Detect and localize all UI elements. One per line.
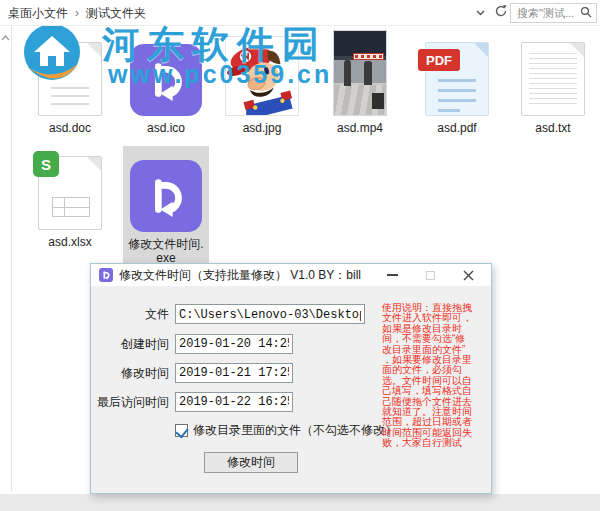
modify-file-time-dialog: 修改文件时间（支持批量修改） V1.0 BY：bill 文件 创建时间 修改时间… [90, 263, 492, 494]
search-input[interactable]: 搜索"测试... [510, 3, 597, 23]
file-name: 修改文件时间.exe [126, 237, 206, 265]
last-access-time-label: 最后访问时间 [91, 392, 169, 412]
file-tile-exe-selected[interactable]: 修改文件时间.exe [123, 146, 209, 269]
file-name: asd.mp4 [314, 121, 406, 135]
jpg-file-icon [216, 32, 308, 116]
modify-subfiles-checkbox-row: 修改目录里面的文件（不勾选不修改） [175, 422, 397, 438]
file-name: asd.xlsx [24, 235, 116, 249]
file-name: asd.jpg [216, 121, 308, 135]
file-tile-mp4[interactable]: asd.mp4 [314, 32, 406, 135]
file-tile-doc[interactable]: W asd.doc [24, 32, 116, 135]
xlsx-file-icon: S [24, 146, 116, 230]
dialog-titlebar[interactable]: 修改文件时间（支持批量修改） V1.0 BY：bill [91, 264, 491, 286]
dialog-title: 修改文件时间（支持批量修改） V1.0 BY：bill [119, 264, 361, 286]
file-name: asd.ico [120, 121, 212, 135]
video-thumbnail [333, 30, 387, 116]
search-icon[interactable] [580, 4, 592, 22]
pane-divider [11, 26, 12, 492]
checkbox-checked[interactable] [175, 424, 188, 437]
checkbox-label[interactable]: 修改目录里面的文件（不勾选不修改） [193, 422, 397, 439]
file-field-label: 文件 [91, 304, 169, 324]
txt-file-icon [507, 32, 599, 116]
modify-time-label: 修改时间 [91, 363, 169, 383]
modify-time-button[interactable]: 修改时间 [204, 452, 298, 473]
chevron-down-icon[interactable] [475, 4, 486, 22]
create-time-input[interactable] [175, 334, 293, 354]
file-tile-xlsx[interactable]: S asd.xlsx [24, 146, 116, 249]
file-tile-pdf[interactable]: PDF asd.pdf [411, 32, 503, 135]
mario-image [225, 36, 299, 116]
refresh-icon[interactable] [494, 4, 508, 22]
modify-time-input[interactable] [175, 363, 293, 383]
file-tile-txt[interactable]: asd.txt [507, 32, 599, 135]
breadcrumb-separator: › [75, 0, 79, 26]
file-name: asd.doc [24, 121, 116, 135]
ico-file-icon [120, 32, 212, 116]
app-logo-icon [99, 268, 113, 282]
usage-instructions: 使用说明：直接拖拽 文件进入软件即可， 如果是修改目录时 间，不需要勾选“修 改… [382, 303, 486, 453]
last-access-time-input[interactable] [175, 392, 293, 412]
file-name: asd.pdf [411, 121, 503, 135]
exe-file-icon [123, 148, 209, 232]
word-badge-letter: W [47, 43, 75, 65]
minimize-button[interactable] [379, 264, 405, 286]
scroll-up-icon[interactable] [1, 28, 10, 46]
file-name: asd.txt [507, 121, 599, 135]
breadcrumb-folder-current[interactable]: 测试文件夹 [86, 0, 146, 26]
breadcrumb: 桌面小文件›测试文件夹 [8, 0, 146, 26]
doc-file-icon: W [24, 32, 116, 116]
address-bar: 桌面小文件›测试文件夹 搜索"测试... [0, 0, 600, 26]
file-tile-ico[interactable]: asd.ico [120, 32, 212, 135]
breadcrumb-folder-parent[interactable]: 桌面小文件 [8, 0, 68, 26]
file-path-input[interactable] [175, 304, 365, 324]
maximize-button[interactable] [417, 264, 443, 286]
pdf-badge: PDF [418, 49, 460, 71]
create-time-label: 创建时间 [91, 334, 169, 354]
file-tile-jpg[interactable]: asd.jpg [216, 32, 308, 135]
pdf-file-icon: PDF [411, 32, 503, 116]
close-icon[interactable] [455, 264, 481, 286]
search-placeholder: 搜索"测试... [517, 6, 580, 21]
mp4-file-icon [314, 32, 406, 116]
bottom-strip [0, 494, 600, 511]
spreadsheet-badge: S [33, 151, 59, 177]
